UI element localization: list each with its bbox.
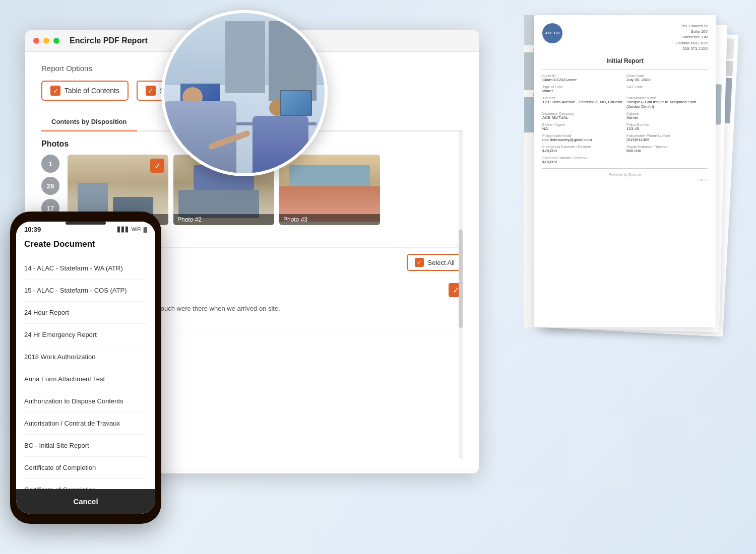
pdf-stack: OVERVIEW VIDEOS: Policyholder Photos & V…	[524, 15, 716, 358]
pdf-company-logo: ACE 123	[542, 23, 562, 43]
photos-title: Photos	[41, 140, 69, 149]
pdf-company-info: 151 Charles St Suite 100 Kitchener, ON C…	[675, 23, 708, 51]
phone-list-item-0[interactable]: 14 - ALAC - Statefarm - WA (ATR)	[24, 257, 147, 280]
pdf-page-number: 1 of 17	[542, 178, 708, 182]
photo-3-label: Photo #3	[279, 214, 380, 225]
phone-battery-icon: ▓	[144, 227, 147, 232]
phone-device: 10:39 ▋▋▋ WiFi ▓ Create Document 14 - AL…	[10, 212, 161, 524]
phone-list-item-6[interactable]: Authorization to Dispose Contents	[24, 390, 147, 412]
phone-list-item-4[interactable]: 2018 Work Authorization	[24, 346, 147, 368]
photo-2-label: Photo #2	[173, 214, 274, 225]
notes-select-all-btn[interactable]: ✓ Select All	[407, 254, 463, 271]
phone-list-item-5[interactable]: Anna Form Attachment Test	[24, 368, 147, 390]
phone-time: 10:39	[24, 226, 41, 233]
photo-badge-1: 1	[41, 155, 59, 173]
pdf-powered-label: Powered by Encircle	[542, 173, 708, 176]
tab-disposition[interactable]: Contents by Disposition	[41, 113, 137, 131]
phone-screen-title: Create Document	[24, 239, 147, 249]
scroll-thumb[interactable]	[459, 230, 463, 328]
pdf-page-main: ACE 123 151 Charles St Suite 100 Kitchen…	[534, 15, 716, 327]
phone-content: Create Document 14 - ALAC - Statefarm - …	[16, 235, 155, 489]
phone-wifi-icon: WiFi	[132, 227, 142, 232]
pdf-report-content: ACE 123 151 Charles St Suite 100 Kitchen…	[534, 15, 716, 190]
checkbox-media-icon: ✓	[146, 86, 156, 96]
checkbox-toc-label: Table of Contents	[65, 87, 119, 95]
checkbox-toc[interactable]: ✓ Table of Contents	[41, 81, 129, 101]
phone-list-item-8[interactable]: BC - Initial Site Report	[24, 435, 147, 457]
phone-screen: 10:39 ▋▋▋ WiFi ▓ Create Document 14 - AL…	[16, 222, 155, 514]
window-dot-yellow[interactable]	[43, 38, 49, 44]
phone-shell: 10:39 ▋▋▋ WiFi ▓ Create Document 14 - AL…	[10, 212, 161, 524]
window-dot-red[interactable]	[33, 38, 39, 44]
window-title: Encircle PDF Report	[70, 36, 148, 45]
phone-list-item-9[interactable]: Certificate of Completion	[24, 457, 147, 479]
checkbox-toc-icon: ✓	[50, 86, 60, 96]
phone-list: 14 - ALAC - Statefarm - WA (ATR) 15 - AL…	[24, 257, 147, 489]
photo-badge-2: 28	[41, 177, 59, 195]
phone-list-item-2[interactable]: 24 Hour Report	[24, 302, 147, 324]
photo-1-checkmark[interactable]: ✓	[150, 159, 164, 173]
phone-cancel-button[interactable]: Cancel	[16, 489, 155, 514]
phone-status-icons: ▋▋▋ WiFi ▓	[117, 227, 147, 232]
phone-list-item-10[interactable]: Certificate of Completion	[24, 479, 147, 489]
pdf-fields: Claim IDClaimID123/Carrier Claim DateJul…	[542, 74, 708, 164]
scroll-bar[interactable]	[459, 131, 463, 459]
scene: OVERVIEW VIDEOS: Policyholder Photos & V…	[0, 0, 756, 554]
phone-signal-icon: ▋▋▋	[117, 227, 130, 232]
circle-photo	[161, 10, 328, 176]
phone-list-item-3[interactable]: 24 Hr Emergency Report	[24, 324, 147, 346]
phone-list-item-1[interactable]: 15 - ALAC - Statefarm - COS (ATP)	[24, 280, 147, 302]
office-scene	[164, 13, 325, 173]
phone-list-item-7[interactable]: Autorisation / Contrat de Travaux	[24, 412, 147, 435]
pdf-report-title: Initial Report	[542, 57, 708, 64]
phone-notch	[66, 222, 106, 225]
notes-select-all-label: Select All	[428, 259, 455, 266]
notes-select-all-check: ✓	[415, 258, 424, 267]
window-dot-green[interactable]	[53, 38, 59, 44]
